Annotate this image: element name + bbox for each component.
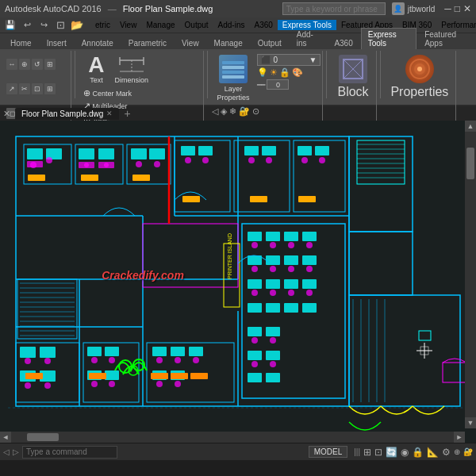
menu-output[interactable]: Output [180, 20, 213, 30]
menu-view[interactable]: View [115, 20, 142, 30]
properties-icon [405, 55, 434, 83]
svg-rect-133 [266, 279, 280, 289]
scroll-right-btn[interactable]: ► [454, 432, 465, 443]
menu-a360[interactable]: A360 [249, 20, 277, 30]
svg-rect-88 [40, 347, 56, 358]
color-icon[interactable]: 🎨 [292, 67, 303, 78]
tab-view[interactable]: View [175, 36, 206, 49]
window-maximize[interactable]: □ [455, 3, 460, 14]
mod-mirror[interactable]: ⊞ [44, 59, 56, 70]
mod-scale[interactable]: ⊡ [32, 83, 43, 94]
scroll-v-thumb[interactable] [466, 148, 474, 179]
svg-rect-170 [81, 175, 98, 181]
block-icon [339, 55, 367, 83]
text-tool-btn[interactable]: A Text [82, 52, 110, 86]
svg-point-109 [175, 357, 181, 363]
svg-point-113 [156, 381, 163, 387]
nav-back-icon[interactable]: ◁ [3, 447, 10, 456]
tab-addins[interactable]: Add-ins [290, 28, 327, 49]
status-ortho-icon[interactable]: 🔄 [386, 447, 397, 458]
nav-fwd-icon[interactable]: ▷ [13, 447, 19, 456]
tab-a360[interactable]: A360 [327, 36, 359, 49]
layer-dropdown[interactable]: ⬛ 0 ▼ [257, 54, 321, 66]
block-btn[interactable]: Block [332, 52, 373, 102]
mod-move[interactable]: ↔ [6, 59, 17, 70]
tab-output[interactable]: Output [251, 36, 289, 49]
tab-featured-apps[interactable]: Featured Apps [417, 28, 475, 49]
layer-isolate-icon[interactable]: ◈ [221, 106, 227, 117]
keyword-search[interactable] [282, 2, 386, 15]
svg-rect-148 [248, 351, 262, 360]
status-lock-icon[interactable]: 🔐 [463, 447, 473, 456]
svg-point-150 [251, 361, 258, 367]
dimension-tool-btn[interactable]: Dimension [112, 52, 151, 86]
tab-express-tools[interactable]: Express Tools [361, 28, 416, 49]
tab-annotate[interactable]: Annotate [75, 36, 121, 49]
status-workspace-icon[interactable]: ⊕ [454, 447, 460, 456]
svg-rect-173 [250, 196, 267, 202]
ribbon-tabs: Home Insert Annotate Parametric View Man… [0, 33, 476, 49]
svg-point-130 [288, 266, 294, 272]
svg-rect-152 [248, 373, 262, 382]
layer-prev-icon[interactable]: ◁ [212, 106, 218, 117]
scroll-left-btn[interactable]: ◄ [0, 432, 11, 443]
properties-btn[interactable]: Properties [386, 52, 453, 102]
mod-array[interactable]: ⊞ [44, 83, 56, 94]
mod-copy[interactable]: ⊕ [19, 59, 30, 70]
svg-point-68 [301, 157, 308, 163]
mod-rotate[interactable]: ↺ [32, 59, 43, 70]
drawing-tab-close[interactable]: ✕ [106, 109, 113, 117]
layer-lock-icon[interactable]: 🔐 [239, 106, 250, 117]
tab-insert[interactable]: Insert [40, 36, 74, 49]
model-tab[interactable]: MODEL [309, 446, 348, 458]
svg-point-122 [288, 242, 294, 248]
vertical-scrollbar[interactable]: ▲ ▼ [465, 121, 476, 428]
mod-trim[interactable]: ✂ [19, 83, 30, 94]
tab-home[interactable]: Home [3, 36, 39, 49]
svg-point-57 [154, 161, 160, 167]
qa-open[interactable]: 📂 [70, 18, 84, 33]
command-input[interactable] [22, 446, 117, 459]
dimension-label: Dimension [114, 76, 148, 84]
status-polar-icon[interactable]: ◉ [401, 447, 409, 458]
scroll-down-btn[interactable]: ▼ [465, 417, 476, 428]
window-close[interactable]: ✕ [463, 3, 471, 14]
qa-redo[interactable]: ↪ [36, 18, 51, 33]
menu-etric[interactable]: etric [90, 20, 115, 30]
layer-match-icon[interactable]: ⊙ [252, 106, 259, 117]
tab-manage[interactable]: Manage [207, 36, 250, 49]
linetype-icon[interactable]: ━━ [257, 81, 265, 89]
lock-layer-icon[interactable]: 🔒 [279, 67, 290, 78]
layer-properties-btn[interactable]: LayerProperties [212, 52, 254, 105]
menu-manage[interactable]: Manage [141, 20, 179, 30]
svg-rect-67 [315, 146, 329, 155]
scroll-up-btn[interactable]: ▲ [465, 121, 476, 132]
scroll-h-thumb[interactable] [27, 433, 59, 441]
status-settings-icon[interactable]: ⚙ [442, 447, 451, 458]
light-bulb-icon[interactable]: 💡 [257, 67, 268, 78]
center-mark-btn[interactable]: ⊕Center Mark [82, 87, 133, 99]
new-tab-btn[interactable]: + [121, 107, 133, 120]
drawing-area[interactable]: PRINTER ISLAND [0, 121, 476, 443]
svg-point-128 [251, 266, 258, 272]
window-minimize[interactable]: ─ [444, 3, 451, 14]
svg-point-121 [270, 242, 276, 248]
tab-close-all[interactable]: ✕ [3, 109, 10, 119]
tab-parametric[interactable]: Parametric [121, 36, 174, 49]
layer-num-input[interactable] [267, 79, 289, 90]
drawing-tab-active[interactable]: Floor Plan Sample.dwg ✕ [15, 108, 119, 120]
qa-new[interactable]: ⊡ [53, 18, 67, 33]
mod-stretch[interactable]: ↗ [6, 83, 17, 94]
layer-freeze-icon[interactable]: ❄ [229, 106, 236, 117]
sun-icon[interactable]: ☀ [270, 67, 278, 78]
status-grid-icon[interactable]: ⊞ [363, 447, 371, 458]
qa-save[interactable]: 💾 [3, 18, 17, 33]
qa-undo[interactable]: ↩ [20, 18, 34, 33]
status-osnap-icon[interactable]: 🔒 [412, 447, 424, 458]
status-otrack-icon[interactable]: 📐 [427, 447, 439, 458]
menu-addins[interactable]: Add-ins [213, 20, 250, 30]
svg-rect-172 [182, 196, 200, 202]
svg-point-129 [270, 266, 276, 272]
horizontal-scrollbar[interactable]: ◄ ► [0, 432, 465, 443]
status-snap-icon[interactable]: ⊡ [374, 447, 382, 458]
